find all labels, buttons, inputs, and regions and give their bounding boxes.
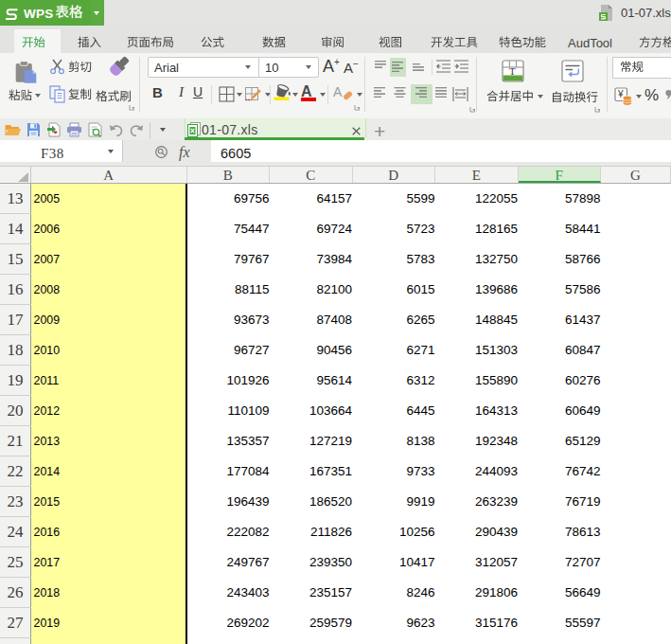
svg-text:T: T bbox=[509, 65, 516, 77]
svg-text:A: A bbox=[333, 84, 343, 99]
